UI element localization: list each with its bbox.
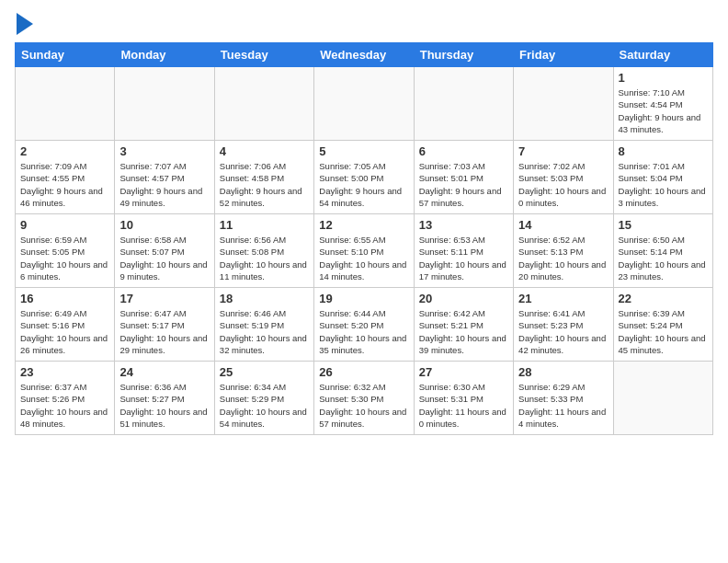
day-info: Sunrise: 6:44 AM Sunset: 5:20 PM Dayligh… bbox=[319, 307, 408, 356]
calendar-day-cell bbox=[214, 67, 313, 141]
day-info: Sunrise: 6:49 AM Sunset: 5:16 PM Dayligh… bbox=[20, 307, 109, 356]
day-info: Sunrise: 7:06 AM Sunset: 4:58 PM Dayligh… bbox=[220, 160, 309, 209]
calendar-day-cell: 12Sunrise: 6:55 AM Sunset: 5:10 PM Dayli… bbox=[314, 214, 414, 288]
day-number: 23 bbox=[20, 365, 109, 379]
day-number: 16 bbox=[20, 292, 109, 305]
day-info: Sunrise: 7:07 AM Sunset: 4:57 PM Dayligh… bbox=[119, 160, 209, 209]
day-info: Sunrise: 6:55 AM Sunset: 5:10 PM Dayligh… bbox=[319, 234, 408, 282]
calendar-week-row: 16Sunrise: 6:49 AM Sunset: 5:16 PM Dayli… bbox=[16, 288, 713, 362]
calendar-day-cell: 23Sunrise: 6:37 AM Sunset: 5:26 PM Dayli… bbox=[16, 362, 115, 435]
day-of-week-header: Thursday bbox=[414, 43, 513, 67]
day-number: 17 bbox=[119, 292, 209, 305]
day-info: Sunrise: 7:01 AM Sunset: 5:04 PM Dayligh… bbox=[619, 160, 708, 209]
day-number: 12 bbox=[319, 218, 408, 232]
day-number: 2 bbox=[20, 144, 109, 158]
page-header bbox=[15, 15, 713, 35]
day-info: Sunrise: 7:02 AM Sunset: 5:03 PM Dayligh… bbox=[518, 160, 608, 209]
day-info: Sunrise: 6:39 AM Sunset: 5:24 PM Dayligh… bbox=[619, 307, 708, 356]
calendar-day-cell: 11Sunrise: 6:56 AM Sunset: 5:08 PM Dayli… bbox=[214, 214, 313, 288]
calendar-day-cell: 19Sunrise: 6:44 AM Sunset: 5:20 PM Dayli… bbox=[314, 288, 414, 362]
day-info: Sunrise: 6:32 AM Sunset: 5:30 PM Dayligh… bbox=[319, 381, 408, 430]
day-number: 1 bbox=[619, 71, 708, 85]
calendar-day-cell: 24Sunrise: 6:36 AM Sunset: 5:27 PM Dayli… bbox=[115, 362, 214, 435]
day-info: Sunrise: 6:52 AM Sunset: 5:13 PM Dayligh… bbox=[518, 234, 608, 282]
day-number: 21 bbox=[518, 292, 608, 305]
day-info: Sunrise: 6:41 AM Sunset: 5:23 PM Dayligh… bbox=[518, 307, 608, 356]
calendar-day-cell: 3Sunrise: 7:07 AM Sunset: 4:57 PM Daylig… bbox=[115, 141, 214, 214]
calendar-day-cell: 25Sunrise: 6:34 AM Sunset: 5:29 PM Dayli… bbox=[214, 362, 313, 435]
calendar-day-cell bbox=[613, 362, 712, 435]
calendar-week-row: 1Sunrise: 7:10 AM Sunset: 4:54 PM Daylig… bbox=[16, 67, 713, 141]
calendar-day-cell bbox=[414, 67, 513, 141]
calendar-day-cell: 18Sunrise: 6:46 AM Sunset: 5:19 PM Dayli… bbox=[214, 288, 313, 362]
day-of-week-header: Sunday bbox=[16, 43, 115, 67]
calendar-day-cell: 6Sunrise: 7:03 AM Sunset: 5:01 PM Daylig… bbox=[414, 141, 513, 214]
day-number: 5 bbox=[319, 144, 408, 158]
day-of-week-header: Monday bbox=[115, 43, 214, 67]
calendar-day-cell bbox=[314, 67, 414, 141]
day-number: 6 bbox=[419, 144, 508, 158]
day-number: 10 bbox=[119, 218, 209, 232]
day-number: 22 bbox=[619, 292, 708, 305]
calendar-day-cell: 26Sunrise: 6:32 AM Sunset: 5:30 PM Dayli… bbox=[314, 362, 414, 435]
calendar-week-row: 2Sunrise: 7:09 AM Sunset: 4:55 PM Daylig… bbox=[16, 141, 713, 214]
day-number: 26 bbox=[319, 365, 408, 379]
day-number: 20 bbox=[419, 292, 508, 305]
day-number: 27 bbox=[419, 365, 508, 379]
calendar-day-cell: 17Sunrise: 6:47 AM Sunset: 5:17 PM Dayli… bbox=[115, 288, 214, 362]
logo bbox=[15, 15, 33, 35]
day-number: 24 bbox=[119, 365, 209, 379]
day-of-week-header: Tuesday bbox=[214, 43, 313, 67]
calendar-week-row: 23Sunrise: 6:37 AM Sunset: 5:26 PM Dayli… bbox=[16, 362, 713, 435]
day-number: 28 bbox=[518, 365, 608, 379]
calendar-day-cell: 4Sunrise: 7:06 AM Sunset: 4:58 PM Daylig… bbox=[214, 141, 313, 214]
logo-arrow-icon bbox=[17, 13, 33, 35]
calendar-day-cell: 22Sunrise: 6:39 AM Sunset: 5:24 PM Dayli… bbox=[613, 288, 712, 362]
day-info: Sunrise: 7:10 AM Sunset: 4:54 PM Dayligh… bbox=[619, 86, 708, 135]
day-info: Sunrise: 7:03 AM Sunset: 5:01 PM Dayligh… bbox=[419, 160, 508, 209]
calendar-day-cell bbox=[115, 67, 214, 141]
day-info: Sunrise: 7:05 AM Sunset: 5:00 PM Dayligh… bbox=[319, 160, 408, 209]
calendar-day-cell: 28Sunrise: 6:29 AM Sunset: 5:33 PM Dayli… bbox=[514, 362, 613, 435]
day-number: 13 bbox=[419, 218, 508, 232]
day-number: 8 bbox=[619, 144, 708, 158]
day-number: 3 bbox=[119, 144, 209, 158]
day-info: Sunrise: 6:46 AM Sunset: 5:19 PM Dayligh… bbox=[220, 307, 309, 356]
calendar-day-cell: 15Sunrise: 6:50 AM Sunset: 5:14 PM Dayli… bbox=[613, 214, 712, 288]
calendar-day-cell bbox=[514, 67, 613, 141]
day-info: Sunrise: 6:36 AM Sunset: 5:27 PM Dayligh… bbox=[119, 381, 209, 430]
day-of-week-header: Friday bbox=[514, 43, 613, 67]
day-number: 11 bbox=[220, 218, 309, 232]
day-info: Sunrise: 6:58 AM Sunset: 5:07 PM Dayligh… bbox=[119, 234, 209, 282]
calendar-day-cell: 2Sunrise: 7:09 AM Sunset: 4:55 PM Daylig… bbox=[16, 141, 115, 214]
day-number: 18 bbox=[220, 292, 309, 305]
calendar-header-row: SundayMondayTuesdayWednesdayThursdayFrid… bbox=[16, 43, 713, 67]
day-info: Sunrise: 6:56 AM Sunset: 5:08 PM Dayligh… bbox=[220, 234, 309, 282]
calendar-day-cell: 5Sunrise: 7:05 AM Sunset: 5:00 PM Daylig… bbox=[314, 141, 414, 214]
calendar-day-cell: 8Sunrise: 7:01 AM Sunset: 5:04 PM Daylig… bbox=[613, 141, 712, 214]
day-info: Sunrise: 6:29 AM Sunset: 5:33 PM Dayligh… bbox=[518, 381, 608, 430]
calendar-day-cell: 10Sunrise: 6:58 AM Sunset: 5:07 PM Dayli… bbox=[115, 214, 214, 288]
calendar-day-cell: 20Sunrise: 6:42 AM Sunset: 5:21 PM Dayli… bbox=[414, 288, 513, 362]
day-info: Sunrise: 6:42 AM Sunset: 5:21 PM Dayligh… bbox=[419, 307, 508, 356]
calendar-day-cell bbox=[16, 67, 115, 141]
day-info: Sunrise: 6:30 AM Sunset: 5:31 PM Dayligh… bbox=[419, 381, 508, 430]
day-of-week-header: Saturday bbox=[613, 43, 712, 67]
calendar-table: SundayMondayTuesdayWednesdayThursdayFrid… bbox=[15, 42, 713, 435]
day-number: 7 bbox=[518, 144, 608, 158]
calendar-day-cell: 7Sunrise: 7:02 AM Sunset: 5:03 PM Daylig… bbox=[514, 141, 613, 214]
day-info: Sunrise: 6:37 AM Sunset: 5:26 PM Dayligh… bbox=[20, 381, 109, 430]
calendar-day-cell: 14Sunrise: 6:52 AM Sunset: 5:13 PM Dayli… bbox=[514, 214, 613, 288]
day-of-week-header: Wednesday bbox=[314, 43, 414, 67]
calendar-day-cell: 27Sunrise: 6:30 AM Sunset: 5:31 PM Dayli… bbox=[414, 362, 513, 435]
calendar-day-cell: 16Sunrise: 6:49 AM Sunset: 5:16 PM Dayli… bbox=[16, 288, 115, 362]
day-info: Sunrise: 6:47 AM Sunset: 5:17 PM Dayligh… bbox=[119, 307, 209, 356]
day-info: Sunrise: 7:09 AM Sunset: 4:55 PM Dayligh… bbox=[20, 160, 109, 209]
day-number: 4 bbox=[220, 144, 309, 158]
day-number: 25 bbox=[220, 365, 309, 379]
calendar-day-cell: 21Sunrise: 6:41 AM Sunset: 5:23 PM Dayli… bbox=[514, 288, 613, 362]
day-number: 15 bbox=[619, 218, 708, 232]
day-number: 14 bbox=[518, 218, 608, 232]
day-info: Sunrise: 6:50 AM Sunset: 5:14 PM Dayligh… bbox=[619, 234, 708, 282]
calendar-day-cell: 9Sunrise: 6:59 AM Sunset: 5:05 PM Daylig… bbox=[16, 214, 115, 288]
